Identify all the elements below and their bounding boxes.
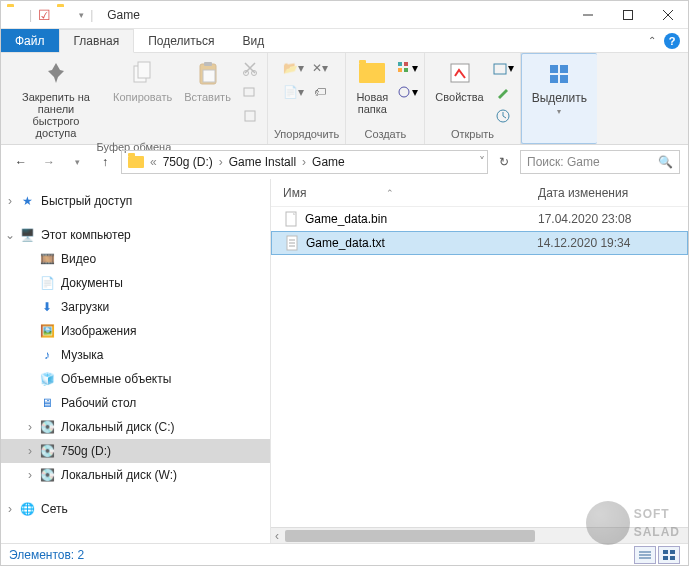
minimize-button[interactable] [568, 1, 608, 29]
videos-icon: 🎞️ [39, 251, 55, 267]
svg-rect-34 [670, 550, 675, 554]
file-list[interactable]: Имя⌃ Дата изменения Game_data.bin 17.04.… [271, 179, 688, 543]
edit-icon[interactable] [492, 81, 514, 103]
svg-point-17 [399, 87, 409, 97]
back-button[interactable]: ← [9, 150, 33, 174]
recent-dropdown[interactable]: ▾ [65, 150, 89, 174]
folder-icon [124, 151, 148, 173]
tree-item-3d[interactable]: 🧊Объемные объекты [1, 367, 270, 391]
tree-item-downloads[interactable]: ⬇Загрузки [1, 295, 270, 319]
horizontal-scrollbar[interactable]: ‹ [271, 527, 688, 543]
tab-file[interactable]: Файл [1, 29, 59, 52]
rename-icon[interactable]: 🏷 [309, 81, 331, 103]
svg-rect-15 [398, 68, 402, 72]
tab-share[interactable]: Поделиться [134, 29, 228, 52]
chevron-right-icon[interactable]: › [219, 155, 223, 169]
copy-button[interactable]: Копировать [109, 55, 176, 105]
divider: | [90, 8, 93, 22]
file-row[interactable]: Game_data.txt 14.12.2020 19:34 [271, 231, 688, 255]
chevron-down-icon[interactable]: ⌄ [5, 228, 15, 242]
paste-shortcut-icon[interactable] [239, 105, 261, 127]
svg-rect-21 [550, 65, 558, 73]
tree-item-drive-c[interactable]: ›💽Локальный диск (C:) [1, 415, 270, 439]
folder-icon [7, 7, 23, 23]
window-title: Game [99, 8, 568, 22]
documents-icon: 📄 [39, 275, 55, 291]
tree-item-drive-d[interactable]: ›💽750g (D:) [1, 439, 270, 463]
group-new: Новая папка ▾ ▾ Создать [346, 53, 425, 144]
tree-item-music[interactable]: ♪Музыка [1, 343, 270, 367]
quick-access-toolbar: | ☑ ▾ | [1, 7, 99, 23]
maximize-button[interactable] [608, 1, 648, 29]
up-button[interactable]: ↑ [93, 150, 117, 174]
paste-icon [192, 57, 224, 89]
svg-rect-13 [398, 62, 402, 66]
tab-view[interactable]: Вид [228, 29, 278, 52]
tree-item-drive-w[interactable]: ›💽Локальный диск (W:) [1, 463, 270, 487]
paste-button[interactable]: Вставить [180, 55, 235, 105]
column-headers[interactable]: Имя⌃ Дата изменения [271, 179, 688, 207]
qat-dropdown-icon[interactable]: ▾ [79, 10, 84, 20]
close-button[interactable] [648, 1, 688, 29]
tree-item-desktop[interactable]: 🖥Рабочий стол [1, 391, 270, 415]
delete-icon[interactable]: ✕▾ [309, 57, 331, 79]
sort-indicator-icon: ⌃ [386, 188, 394, 198]
cut-icon[interactable] [239, 57, 261, 79]
file-row[interactable]: Game_data.bin 17.04.2020 23:08 [271, 207, 688, 231]
search-input[interactable]: Поиск: Game 🔍 [520, 150, 680, 174]
forward-button[interactable]: → [37, 150, 61, 174]
open-icon[interactable]: ▾ [492, 57, 514, 79]
select-button[interactable]: Выделить▾ [528, 56, 591, 120]
col-date[interactable]: Дата изменения [538, 186, 688, 200]
move-to-icon[interactable]: 📂▾ [283, 57, 305, 79]
col-name[interactable]: Имя [283, 186, 306, 200]
svg-rect-14 [404, 62, 408, 66]
properties-icon [444, 57, 476, 89]
svg-rect-12 [245, 111, 255, 121]
chevron-right-icon[interactable]: « [150, 155, 157, 169]
downloads-icon: ⬇ [39, 299, 55, 315]
pin-button[interactable]: Закрепить на панели быстрого доступа [7, 55, 105, 141]
chevron-right-icon[interactable]: › [25, 420, 35, 434]
divider: | [29, 8, 32, 22]
music-icon: ♪ [39, 347, 55, 363]
copy-icon [127, 57, 159, 89]
tree-item-pictures[interactable]: 🖼️Изображения [1, 319, 270, 343]
group-clipboard: Закрепить на панели быстрого доступа Коп… [1, 53, 268, 144]
copy-path-icon[interactable] [239, 81, 261, 103]
thumbnails-view-button[interactable] [658, 546, 680, 564]
collapse-ribbon-icon[interactable]: ⌃ [648, 35, 656, 46]
chevron-right-icon[interactable]: › [5, 502, 15, 516]
address-bar[interactable]: « 750g (D:) › Game Install › Game ˅ [121, 150, 488, 174]
chevron-right-icon[interactable]: › [302, 155, 306, 169]
tree-this-pc[interactable]: ⌄ 🖥️ Этот компьютер [1, 223, 270, 247]
tree-network[interactable]: › 🌐 Сеть [1, 497, 270, 521]
checkbox-icon[interactable]: ☑ [38, 7, 51, 23]
refresh-button[interactable]: ↻ [492, 150, 516, 174]
svg-rect-11 [244, 88, 254, 96]
tab-home[interactable]: Главная [59, 29, 135, 53]
tree-item-documents[interactable]: 📄Документы [1, 271, 270, 295]
breadcrumb[interactable]: Game [308, 151, 349, 173]
breadcrumb[interactable]: Game Install [225, 151, 300, 173]
history-icon[interactable] [492, 105, 514, 127]
pictures-icon: 🖼️ [39, 323, 55, 339]
copy-to-icon[interactable]: 📄▾ [283, 81, 305, 103]
chevron-right-icon[interactable]: › [25, 468, 35, 482]
new-folder-button[interactable]: Новая папка [352, 55, 392, 117]
tree-item-videos[interactable]: 🎞️Видео [1, 247, 270, 271]
nav-tree[interactable]: › ★ Быстрый доступ ⌄ 🖥️ Этот компьютер 🎞… [1, 179, 271, 543]
tree-quick-access[interactable]: › ★ Быстрый доступ [1, 189, 270, 213]
chevron-right-icon[interactable]: › [5, 194, 15, 208]
svg-rect-24 [560, 75, 568, 83]
chevron-right-icon[interactable]: › [25, 444, 35, 458]
help-icon[interactable]: ? [664, 33, 680, 49]
new-item-icon[interactable]: ▾ [396, 57, 418, 79]
easy-access-icon[interactable]: ▾ [396, 81, 418, 103]
details-view-button[interactable] [634, 546, 656, 564]
properties-button[interactable]: Свойства [431, 55, 487, 105]
address-dropdown-icon[interactable]: ˅ [479, 155, 485, 169]
select-icon [543, 58, 575, 90]
pc-icon: 🖥️ [19, 227, 35, 243]
breadcrumb[interactable]: 750g (D:) [159, 151, 217, 173]
